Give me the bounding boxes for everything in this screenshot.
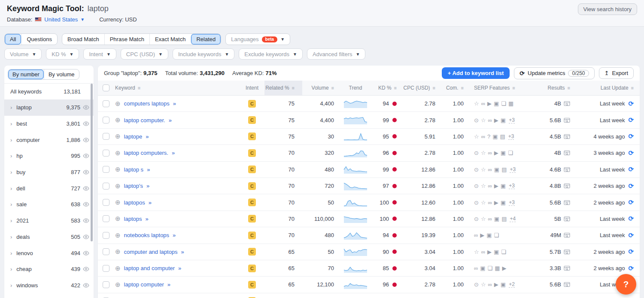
keyword-link[interactable]: notebooks laptops (124, 232, 170, 238)
serp-preview-icon[interactable] (564, 167, 570, 172)
keyword-link[interactable]: laptopos (124, 199, 145, 206)
filter-volume[interactable]: Volume▼ (4, 48, 42, 60)
update-row-icon[interactable]: ⟳ (628, 199, 634, 206)
eye-icon[interactable] (83, 186, 89, 191)
add-keyword-icon[interactable]: ⊕ (115, 149, 121, 157)
filter-advanced-filters[interactable]: Advanced filters▼ (307, 48, 365, 60)
sort-icon[interactable]: ≡ (138, 85, 140, 90)
chevron-down-icon[interactable]: ▼ (80, 17, 85, 22)
sort-icon[interactable]: ≡ (512, 85, 515, 90)
sidebar-group-top[interactable]: ›top421 (4, 293, 94, 298)
row-checkbox[interactable] (103, 133, 109, 140)
eye-icon[interactable] (83, 121, 89, 126)
column-header-serp-features[interactable]: SERP Features≡ (469, 81, 535, 95)
eye-icon[interactable] (83, 202, 89, 207)
sidebar-group-dell[interactable]: ›dell727 (4, 180, 94, 196)
update-row-icon[interactable]: ⟳ (628, 182, 634, 190)
row-checkbox[interactable] (103, 232, 109, 239)
keyword-link[interactable]: laptop computer (124, 281, 164, 288)
add-to-keyword-list-button[interactable]: + Add to keyword list (442, 67, 510, 79)
column-header-keyword[interactable]: Keyword≡ (114, 81, 240, 95)
update-row-icon[interactable]: ⟳ (628, 232, 634, 239)
row-checkbox[interactable] (103, 281, 109, 288)
tab-phrase-match[interactable]: Phrase Match (104, 34, 149, 45)
keyword-link[interactable]: computers laptops (124, 100, 170, 107)
add-keyword-icon[interactable]: ⊕ (115, 166, 121, 173)
help-button[interactable]: ? (616, 274, 636, 295)
serp-preview-icon[interactable] (564, 150, 570, 156)
sidebar-group-best[interactable]: ›best3,801 (4, 116, 94, 132)
serp-more-features[interactable]: +3 (508, 133, 514, 140)
serp-preview-icon[interactable] (564, 232, 570, 238)
column-header-last-update[interactable]: Last Update≡ (574, 81, 640, 95)
sidebar-group-2021[interactable]: ›2021583 (4, 213, 94, 229)
sidebar-group-windows[interactable]: ›windows422 (4, 277, 94, 294)
column-header-trend[interactable]: Trend (340, 81, 371, 95)
row-checkbox[interactable] (103, 183, 109, 190)
update-row-icon[interactable]: ⟳ (628, 132, 634, 140)
database-selector[interactable]: United States (44, 16, 78, 23)
sort-icon[interactable]: ≡ (331, 85, 334, 90)
sidebar-group-lenovo[interactable]: ›lenovo494 (4, 245, 94, 261)
column-header-kd-%[interactable]: KD %≡ (371, 81, 401, 95)
export-button[interactable]: ↥ Export (599, 67, 634, 79)
sidebar-group-deals[interactable]: ›deals505 (4, 229, 94, 245)
serp-preview-icon[interactable] (564, 200, 570, 205)
serp-preview-icon[interactable] (564, 216, 570, 222)
open-keyword-icon[interactable]: » (173, 232, 176, 238)
update-row-icon[interactable]: ⟳ (628, 166, 634, 173)
view-search-history-button[interactable]: View search history (578, 3, 637, 15)
tab-questions[interactable]: Questions (21, 34, 57, 45)
sort-icon[interactable]: ≡ (631, 85, 634, 90)
serp-more-features[interactable]: +3 (509, 199, 515, 206)
row-checkbox[interactable] (103, 265, 109, 272)
add-keyword-icon[interactable]: ⊕ (115, 199, 121, 206)
column-header-volume[interactable]: Volume≡ (302, 81, 340, 95)
serp-preview-icon[interactable] (564, 134, 570, 139)
open-keyword-icon[interactable]: » (172, 150, 175, 156)
eye-icon[interactable] (83, 154, 89, 158)
sidebar-group-cheap[interactable]: ›cheap439 (4, 261, 94, 277)
eye-icon[interactable] (83, 251, 89, 256)
update-row-icon[interactable]: ⟳ (628, 100, 634, 108)
row-checkbox[interactable] (103, 215, 109, 222)
open-keyword-icon[interactable]: » (167, 281, 170, 288)
add-keyword-icon[interactable]: ⊕ (115, 182, 121, 190)
add-keyword-icon[interactable]: ⊕ (115, 132, 121, 140)
tab-all[interactable]: All (5, 34, 21, 45)
open-keyword-icon[interactable]: » (146, 183, 149, 189)
serp-preview-icon[interactable] (564, 117, 570, 123)
filter-intent[interactable]: Intent▼ (83, 48, 116, 60)
open-keyword-icon[interactable]: » (146, 133, 149, 140)
serp-preview-icon[interactable] (564, 101, 570, 106)
filter-include-keywords[interactable]: Include keywords▼ (173, 48, 234, 60)
filter-kd-[interactable]: KD %▼ (46, 48, 79, 60)
serp-more-features[interactable]: +3 (509, 183, 515, 189)
eye-icon[interactable] (83, 105, 89, 110)
sort-icon[interactable]: ≡ (292, 85, 295, 90)
add-keyword-icon[interactable]: ⊕ (115, 265, 121, 272)
open-keyword-icon[interactable]: » (147, 166, 150, 173)
serp-preview-icon[interactable] (564, 282, 570, 287)
serp-preview-icon[interactable] (564, 249, 570, 255)
column-header-cpc-usd-[interactable]: CPC (USD)≡ (401, 81, 442, 95)
add-keyword-icon[interactable]: ⊕ (115, 281, 121, 289)
keyword-link[interactable]: laptope (124, 133, 143, 140)
update-row-icon[interactable]: ⟳ (628, 149, 634, 157)
column-header-com-[interactable]: Com.≡ (442, 81, 469, 95)
keyword-link[interactable]: computer and laptops (124, 249, 178, 255)
sort-icon[interactable]: ≡ (394, 85, 397, 90)
sidebar-group-hp[interactable]: ›hp995 (4, 148, 94, 164)
keyword-link[interactable]: laptop s (124, 166, 144, 173)
languages-dropdown[interactable]: Languages beta ▼ (225, 33, 290, 45)
sidebar-group-sale[interactable]: ›sale638 (4, 196, 94, 213)
add-keyword-icon[interactable]: ⊕ (115, 100, 121, 108)
sort-icon[interactable]: ≡ (433, 85, 435, 90)
update-row-icon[interactable]: ⟳ (628, 116, 634, 124)
serp-more-features[interactable]: +2 (509, 281, 515, 288)
update-metrics-button[interactable]: ⟳ Update metrics 0/250 (514, 67, 594, 79)
row-checkbox[interactable] (103, 100, 109, 107)
select-all-checkbox[interactable] (103, 84, 109, 91)
tab-exact-match[interactable]: Exact Match (149, 34, 191, 45)
sidebar-group-laptop[interactable]: ›laptop9,375 (4, 99, 94, 116)
